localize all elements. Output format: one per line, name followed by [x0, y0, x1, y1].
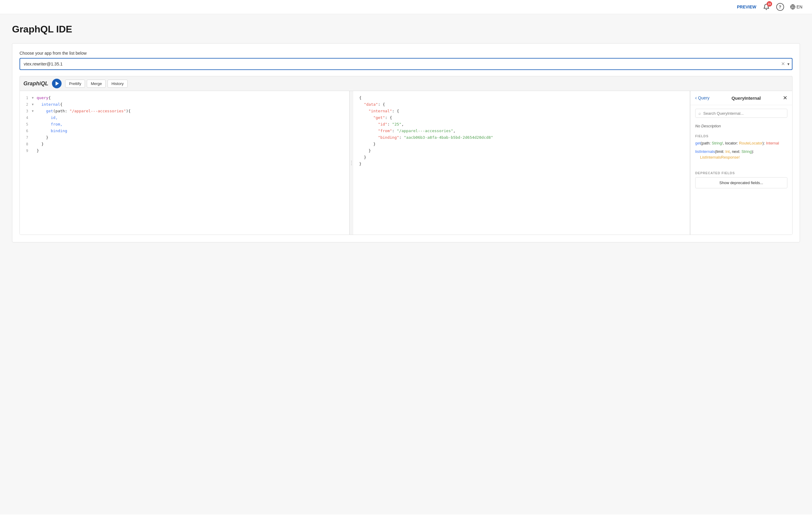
field-list-name[interactable]: listInternals [695, 149, 715, 154]
result-line-7: "binding": "aacb06b3-a8fa-4bab-b5bd-2d65… [357, 134, 686, 141]
fields-heading: FIELDS [695, 134, 787, 138]
clear-icon[interactable]: ✕ [781, 62, 785, 66]
result-line-9: } [357, 147, 686, 154]
result-line-1: { [357, 95, 686, 101]
result-line-10: } [357, 154, 686, 161]
editor-divider[interactable] [350, 91, 353, 235]
run-button[interactable] [52, 79, 62, 88]
ide-container: Choose your app from the list below ✕ ▾ … [12, 43, 800, 242]
result-line-5: "id": "25", [357, 121, 686, 127]
editor-line-3: 3 ▼ get(path: "/apparel---accessories"){ [20, 108, 349, 114]
right-panel: ‹ Query QueryInternal ✕ ⌕ No Description… [690, 91, 792, 235]
notifications-icon[interactable]: 10 [762, 3, 770, 11]
top-nav: PREVIEW 10 ? EN [0, 0, 812, 14]
search-box: ⌕ [695, 109, 787, 118]
editor-line-2: 2 ▼ internal{ [20, 101, 349, 108]
history-button[interactable]: History [108, 80, 127, 88]
deprecated-heading: DEPRECATED FIELDS [695, 171, 787, 175]
page-title: GraphQL IDE [12, 24, 800, 35]
notification-badge: 10 [767, 1, 772, 7]
editor-area: 1 ▼ query{ 2 ▼ internal{ 3 ▼ get(path: "… [20, 91, 792, 235]
result-panel: { "data": { "internal": { "get": { "id":… [353, 91, 690, 235]
editor-line-1: 1 ▼ query{ [20, 95, 349, 101]
show-deprecated-button[interactable]: Show deprecated fields... [695, 177, 787, 188]
page-content: GraphQL IDE Choose your app from the lis… [0, 14, 812, 515]
result-line-3: "internal": { [357, 108, 686, 114]
no-description: No Description [690, 121, 792, 131]
deprecated-section: DEPRECATED FIELDS Show deprecated fields… [690, 168, 792, 188]
app-selector-icons: ✕ ▾ [781, 62, 789, 66]
result-line-11: } [357, 161, 686, 167]
query-editor[interactable]: 1 ▼ query{ 2 ▼ internal{ 3 ▼ get(path: "… [20, 91, 350, 235]
help-label: ? [779, 4, 781, 9]
field-list-internals: listInternals(limit: Int, next: String):… [695, 149, 787, 161]
result-line-8: } [357, 141, 686, 147]
result-line-2: "data": { [357, 101, 686, 108]
help-icon[interactable]: ? [776, 3, 784, 11]
editor-line-5: 5 from, [20, 121, 349, 127]
field-get: get(path: String!, locator: RouteLocator… [695, 140, 787, 146]
globe-icon [790, 4, 795, 9]
editor-line-7: 7 } [20, 134, 349, 141]
back-arrow-icon: ‹ [695, 95, 697, 101]
app-selector-wrapper: ✕ ▾ [20, 58, 792, 70]
divider-dots [351, 161, 352, 165]
search-input[interactable] [703, 111, 784, 116]
preview-link[interactable]: PREVIEW [737, 4, 756, 9]
field-get-name[interactable]: get [695, 141, 701, 145]
chevron-down-icon[interactable]: ▾ [787, 62, 789, 66]
app-selector-input[interactable] [20, 58, 792, 70]
editor-line-6: 6 binding [20, 127, 349, 134]
back-query-label: Query [698, 95, 709, 100]
search-icon: ⌕ [698, 111, 701, 116]
language-selector[interactable]: EN [790, 4, 803, 9]
graphiql-toolbar: GraphiQL Prettify Merge History [20, 76, 792, 91]
merge-button[interactable]: Merge [87, 80, 106, 88]
editor-line-8: 8 } [20, 141, 349, 147]
fields-section: FIELDS get(path: String!, locator: Route… [690, 131, 792, 163]
close-panel-button[interactable]: ✕ [783, 95, 787, 101]
editor-line-4: 4 id, [20, 114, 349, 121]
lang-label: EN [797, 4, 803, 9]
editor-line-9: 9 } [20, 147, 349, 154]
result-line-4: "get": { [357, 114, 686, 121]
app-selector-label: Choose your app from the list below [20, 51, 792, 56]
panel-title: QueryInternal [731, 95, 761, 101]
prettify-button[interactable]: Prettify [65, 80, 85, 88]
result-line-6: "from": "/apparel---accessories", [357, 127, 686, 134]
right-panel-header: ‹ Query QueryInternal ✕ [690, 91, 792, 105]
back-to-query-button[interactable]: ‹ Query [695, 95, 709, 101]
graphiql-logo: GraphiQL [23, 81, 48, 87]
